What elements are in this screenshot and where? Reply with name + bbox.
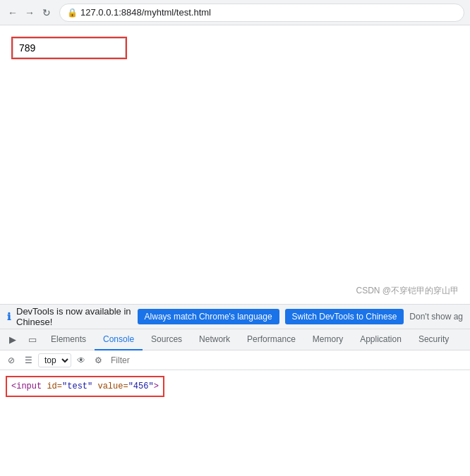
- switch-chinese-button[interactable]: Switch DevTools to Chinese: [285, 309, 404, 324]
- tab-sources[interactable]: Sources: [143, 329, 191, 350]
- devtools-toolbar: ⊘ ☰ top 👁 ⚙: [0, 350, 470, 370]
- tab-network[interactable]: Network: [191, 329, 239, 350]
- tab-application[interactable]: Application: [351, 329, 410, 350]
- notification-message: DevTools is now available in Chinese!: [16, 306, 132, 327]
- nav-buttons: ← → ↻: [6, 6, 54, 20]
- match-language-button[interactable]: Always match Chrome's language: [138, 309, 279, 324]
- address-bar[interactable]: 🔒 127.0.0.1:8848/myhtml/test.html: [59, 4, 464, 22]
- console-attr-id-value: "test": [62, 382, 92, 391]
- browser-toolbar: ← → ↻ 🔒 127.0.0.1:8848/myhtml/test.html: [0, 0, 470, 25]
- console-output-wrapper: <input id="test" value="456">: [6, 376, 164, 397]
- back-button[interactable]: ←: [6, 6, 20, 20]
- test-input[interactable]: [13, 38, 126, 58]
- tab-performance[interactable]: Performance: [239, 329, 304, 350]
- tab-console[interactable]: Console: [95, 329, 143, 350]
- devtools-console: <input id="test" value="456">: [0, 370, 470, 441]
- console-tag-close: >: [154, 382, 159, 391]
- eye-icon[interactable]: 👁: [74, 353, 88, 367]
- console-attr-value-val: "456": [128, 382, 154, 391]
- tab-security[interactable]: Security: [410, 329, 457, 350]
- url-text: 127.0.0.1:8848/myhtml/test.html: [80, 7, 211, 18]
- lock-icon: 🔒: [67, 8, 78, 18]
- console-attr-id: id=: [47, 382, 62, 391]
- input-wrapper: [11, 37, 127, 59]
- settings-icon[interactable]: ⚙: [91, 353, 105, 367]
- filter-icon[interactable]: ☰: [21, 353, 35, 367]
- device-icon[interactable]: ▭: [23, 330, 42, 350]
- dont-show-link[interactable]: Don't show ag: [409, 312, 463, 322]
- tab-elements[interactable]: Elements: [42, 329, 95, 350]
- page-content: CSDN @不穿铠甲的穿山甲: [0, 25, 470, 304]
- refresh-button[interactable]: ↻: [40, 6, 54, 20]
- info-icon: ℹ: [7, 311, 11, 322]
- clear-icon[interactable]: ⊘: [4, 353, 18, 367]
- console-line: <input id="test" value="456">: [6, 373, 464, 397]
- console-attr-value: value=: [97, 382, 128, 391]
- forward-button[interactable]: →: [23, 6, 37, 20]
- console-tag-name: input: [16, 382, 42, 391]
- devtools-notification: ℹ DevTools is now available in Chinese! …: [0, 304, 470, 329]
- devtools-tabs: ▶ ▭ Elements Console Sources Network Per…: [0, 329, 470, 350]
- tab-memory[interactable]: Memory: [304, 329, 351, 350]
- watermark: CSDN @不穿铠甲的穿山甲: [356, 285, 459, 297]
- filter-input[interactable]: [108, 354, 179, 367]
- inspect-icon[interactable]: ▶: [3, 330, 23, 350]
- context-select[interactable]: top: [38, 353, 71, 367]
